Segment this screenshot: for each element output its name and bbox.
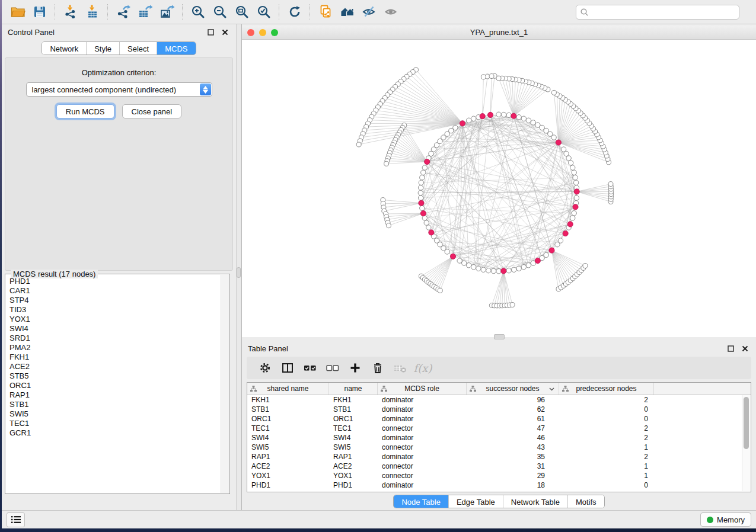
table-cell[interactable]: STB1: [329, 405, 378, 414]
table-cell[interactable]: 2: [559, 433, 654, 443]
mcds-result-item[interactable]: GCR1: [9, 428, 221, 438]
table-cell[interactable]: 31: [467, 462, 559, 471]
table-row[interactable]: YOX1YOX1connector291: [247, 471, 751, 480]
column-header-shared-name[interactable]: shared name: [247, 383, 329, 395]
table-cell[interactable]: PHD1: [247, 480, 329, 490]
table-cell[interactable]: TEC1: [247, 424, 329, 433]
mcds-result-item[interactable]: STB1: [9, 400, 221, 409]
table-scrollbar[interactable]: [742, 395, 750, 491]
mcds-result-item[interactable]: PHD1: [9, 277, 221, 286]
first-neighbors-button[interactable]: [336, 3, 358, 21]
hide-selection-button[interactable]: [358, 3, 380, 21]
column-header-name[interactable]: name: [329, 383, 378, 395]
table-cell[interactable]: ORC1: [329, 414, 378, 424]
window-close-button[interactable]: [247, 29, 254, 36]
close-panel-button[interactable]: Close panel: [122, 104, 182, 118]
mcds-result-item[interactable]: STB5: [9, 371, 221, 381]
table-cell[interactable]: PHD1: [329, 480, 378, 490]
mcds-result-item[interactable]: ORC1: [9, 381, 221, 390]
table-cell[interactable]: dominator: [378, 480, 467, 490]
table-cell[interactable]: RAP1: [247, 452, 329, 462]
zoom-fit-button[interactable]: [231, 3, 253, 21]
table-cell[interactable]: SWI5: [247, 443, 329, 452]
mcds-result-item[interactable]: PMA2: [9, 343, 221, 352]
table-cell[interactable]: 47: [467, 424, 559, 433]
column-header-mcds-role[interactable]: MCDS role: [378, 383, 467, 395]
window-zoom-button[interactable]: [271, 29, 278, 36]
table-cell[interactable]: 61: [467, 414, 559, 424]
table-cell[interactable]: 2: [559, 395, 654, 405]
function-builder-button[interactable]: f(x): [412, 359, 434, 377]
table-cell[interactable]: 1: [559, 443, 654, 452]
column-header-successor-nodes[interactable]: successor nodes: [467, 383, 559, 395]
tab-style[interactable]: Style: [86, 42, 119, 55]
show-all-button[interactable]: [380, 3, 402, 21]
window-minimize-button[interactable]: [259, 29, 266, 36]
table-panel-close-button[interactable]: [740, 344, 750, 354]
table-cell[interactable]: connector: [378, 443, 467, 452]
open-file-button[interactable]: [7, 3, 28, 21]
tab-node-table[interactable]: Node Table: [394, 495, 448, 508]
mcds-result-item[interactable]: RAP1: [9, 390, 221, 400]
table-cell[interactable]: ACE2: [329, 462, 378, 471]
table-row[interactable]: FKH1FKH1dominator962: [247, 395, 751, 405]
table-cell[interactable]: STB1: [247, 405, 329, 414]
mcds-result-item[interactable]: YOX1: [9, 315, 221, 324]
table-cell[interactable]: dominator: [378, 433, 467, 443]
deselect-all-button[interactable]: [321, 359, 344, 377]
table-cell[interactable]: ACE2: [247, 462, 329, 471]
table-panel-float-button[interactable]: [726, 344, 736, 354]
table-cell[interactable]: 62: [467, 405, 559, 414]
table-options-button[interactable]: [254, 359, 276, 377]
table-cell[interactable]: ORC1: [247, 414, 329, 424]
table-cell[interactable]: YOX1: [247, 471, 329, 480]
export-image-button[interactable]: [156, 3, 178, 21]
table-cell[interactable]: SWI4: [247, 433, 329, 443]
mcds-list-scrollbar[interactable]: [221, 275, 229, 493]
horizontal-splitter[interactable]: [242, 337, 756, 341]
table-cell[interactable]: 0: [559, 405, 654, 414]
scrollbar-thumb[interactable]: [744, 397, 749, 449]
table-cell[interactable]: connector: [378, 471, 467, 480]
control-panel-float-button[interactable]: [206, 27, 216, 37]
tab-edge-table[interactable]: Edge Table: [448, 495, 503, 508]
delete-columns-button[interactable]: [366, 359, 389, 377]
table-cell[interactable]: 2: [559, 424, 654, 433]
show-columns-button[interactable]: [276, 359, 299, 377]
search-input[interactable]: [591, 7, 735, 17]
mcds-result-item[interactable]: SWI5: [9, 409, 221, 419]
task-history-button[interactable]: [7, 512, 25, 527]
table-cell[interactable]: 29: [467, 471, 559, 480]
network-canvas[interactable]: [242, 40, 756, 337]
table-cell[interactable]: 18: [467, 480, 559, 490]
table-row[interactable]: SWI5SWI5connector431: [247, 443, 751, 452]
table-row[interactable]: SWI4SWI4dominator462: [247, 433, 751, 443]
delete-table-button[interactable]: [389, 359, 412, 377]
control-panel-close-button[interactable]: [220, 27, 230, 37]
table-cell[interactable]: RAP1: [329, 452, 378, 462]
table-cell[interactable]: 35: [467, 452, 559, 462]
table-row[interactable]: STB1STB1dominator620: [247, 405, 751, 414]
mcds-result-item[interactable]: FKH1: [9, 352, 221, 362]
mcds-result-item[interactable]: SRD1: [9, 334, 221, 343]
tab-mcds[interactable]: MCDS: [157, 42, 195, 55]
tab-motifs[interactable]: Motifs: [567, 495, 604, 508]
table-row[interactable]: TEC1TEC1connector472: [247, 424, 751, 433]
zoom-selected-button[interactable]: [253, 3, 275, 21]
mcds-result-item[interactable]: TID3: [9, 305, 221, 315]
zoom-out-button[interactable]: [209, 3, 231, 21]
table-cell[interactable]: dominator: [378, 405, 467, 414]
table-row[interactable]: ORC1ORC1dominator610: [247, 414, 751, 424]
table-cell[interactable]: 96: [467, 395, 559, 405]
mcds-result-item[interactable]: STP4: [9, 296, 221, 305]
table-cell[interactable]: 0: [559, 480, 654, 490]
table-cell[interactable]: connector: [378, 424, 467, 433]
table-cell[interactable]: 2: [559, 452, 654, 462]
column-header-predecessor-nodes[interactable]: predecessor nodes: [559, 383, 654, 395]
table-cell[interactable]: 46: [467, 433, 559, 443]
mcds-result-item[interactable]: ACE2: [9, 362, 221, 371]
table-cell[interactable]: YOX1: [329, 471, 378, 480]
export-network-button[interactable]: [112, 3, 134, 21]
table-cell[interactable]: TEC1: [329, 424, 378, 433]
table-cell[interactable]: 1: [559, 471, 654, 480]
